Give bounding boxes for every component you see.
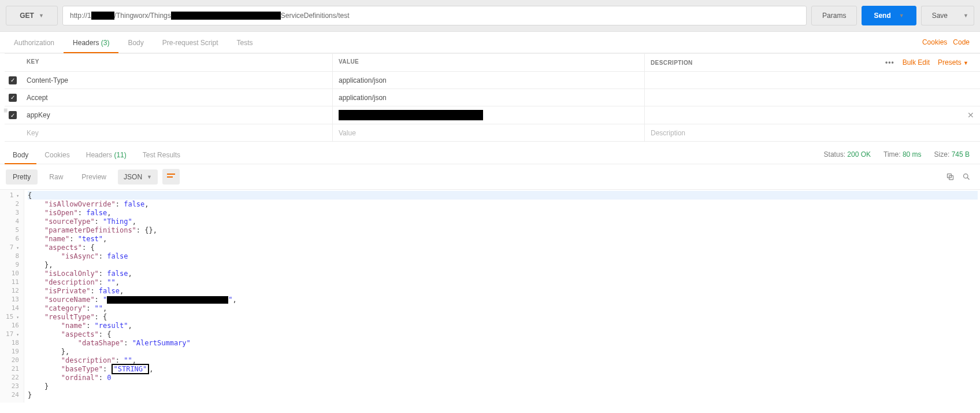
row-checkbox[interactable]: ✓ <box>9 111 17 119</box>
status-label: Status: <box>824 150 845 158</box>
code-link[interactable]: Code <box>953 38 970 46</box>
tab-headers-response-count: (11) <box>114 151 126 159</box>
tab-authorization[interactable]: Authorization <box>5 32 64 53</box>
row-checkbox[interactable]: ✓ <box>9 94 17 102</box>
size-value: 745 B <box>952 150 970 158</box>
header-value-redaction <box>339 110 483 120</box>
header-key-cell[interactable]: Content-Type <box>21 72 333 89</box>
request-bar: GET ▼ http://1/Thingworx/ThingsServiceDe… <box>0 0 980 32</box>
url-part3: ServiceDefinitions/test <box>281 12 350 20</box>
col-key-header: KEY <box>21 54 333 71</box>
header-row: ✓ Content-Type application/json <box>5 72 980 89</box>
header-value-cell[interactable]: application/json <box>333 89 645 106</box>
url-input[interactable]: http://1/Thingworx/ThingsServiceDefiniti… <box>62 6 807 25</box>
size-label: Size: <box>934 150 950 158</box>
tab-cookies-response[interactable]: Cookies <box>36 145 77 164</box>
response-body-code: 123456789101112131415161718192021222324 … <box>0 189 980 403</box>
headers-tools: ••• Bulk Edit Presets ▼ <box>885 58 974 67</box>
wrap-icon <box>167 172 175 179</box>
response-tabs: Body Cookies Headers (11) Test Results S… <box>0 145 980 164</box>
tab-headers-response-label: Headers <box>86 151 112 159</box>
tab-headers-count: (3) <box>101 39 110 47</box>
request-tabs-right: Cookies Code <box>922 38 975 46</box>
tab-prerequest[interactable]: Pre-request Script <box>153 32 228 53</box>
col-desc-header: DESCRIPTION ••• Bulk Edit Presets ▼ <box>645 54 980 71</box>
header-row: ✓ Accept application/json <box>5 89 980 106</box>
code-content[interactable]: { "isAllowOverride": false, "isOpen": fa… <box>24 190 980 403</box>
raw-button[interactable]: Raw <box>42 169 70 185</box>
pretty-button[interactable]: Pretty <box>6 169 38 185</box>
url-part2: /Thingworx/Things <box>114 12 171 20</box>
tab-test-results[interactable]: Test Results <box>135 145 188 164</box>
header-desc-input[interactable]: Description <box>645 124 980 141</box>
header-row-placeholder: Key Value Description <box>5 124 980 142</box>
format-label: JSON <box>124 173 142 181</box>
http-method-label: GET <box>20 12 34 20</box>
url-part1: http://1 <box>70 12 91 20</box>
format-select[interactable]: JSON ▼ <box>118 169 158 185</box>
save-button[interactable]: Save <box>921 6 958 25</box>
col-desc-label: DESCRIPTION <box>651 60 693 66</box>
header-row: ≡ ✓ appKey ✕ <box>5 106 980 124</box>
delete-row-button[interactable]: ✕ <box>967 110 974 120</box>
svg-line-3 <box>967 178 969 179</box>
header-desc-cell[interactable] <box>645 72 980 89</box>
row-checkbox[interactable]: ✓ <box>9 76 17 84</box>
copy-icon[interactable] <box>945 172 955 182</box>
more-options-button[interactable]: ••• <box>885 58 894 67</box>
save-group: Save ▼ <box>921 6 974 25</box>
time-value: 80 ms <box>903 150 922 158</box>
params-button[interactable]: Params <box>811 6 857 25</box>
request-tabs: Authorization Headers (3) Body Pre-reque… <box>0 32 980 53</box>
http-method-select[interactable]: GET ▼ <box>6 6 58 25</box>
header-key-cell[interactable]: appKey <box>21 106 333 124</box>
drag-handle-icon[interactable]: ≡ <box>3 106 8 115</box>
save-dropdown-button[interactable]: ▼ <box>958 6 974 25</box>
chevron-down-icon: ▼ <box>899 13 904 19</box>
chevron-down-icon: ▼ <box>963 60 968 66</box>
search-icon[interactable] <box>962 172 971 182</box>
url-redaction-2 <box>171 12 281 20</box>
tab-headers-label: Headers <box>73 39 99 47</box>
response-meta: Status: 200 OK Time: 80 ms Size: 745 B <box>824 150 975 158</box>
status-value: 200 OK <box>847 150 871 158</box>
tab-tests[interactable]: Tests <box>227 32 262 53</box>
body-toolbar-right <box>945 172 974 182</box>
presets-dropdown[interactable]: Presets ▼ <box>938 58 968 67</box>
time-label: Time: <box>884 150 901 158</box>
tab-body-response[interactable]: Body <box>5 145 36 164</box>
send-button[interactable]: Send ▼ <box>862 6 916 25</box>
presets-label: Presets <box>938 58 962 67</box>
header-key-input[interactable]: Key <box>21 124 333 141</box>
line-gutter: 123456789101112131415161718192021222324 <box>0 190 24 403</box>
header-value-cell[interactable] <box>333 106 645 124</box>
chevron-down-icon: ▼ <box>147 174 152 180</box>
chevron-down-icon: ▼ <box>963 13 968 19</box>
body-toolbar: Pretty Raw Preview JSON ▼ <box>0 164 980 189</box>
tab-headers[interactable]: Headers (3) <box>64 32 118 53</box>
chevron-down-icon: ▼ <box>39 13 44 19</box>
headers-table: KEY VALUE DESCRIPTION ••• Bulk Edit Pres… <box>0 53 980 142</box>
cookies-link[interactable]: Cookies <box>922 38 947 46</box>
wrap-lines-button[interactable] <box>162 169 180 185</box>
preview-button[interactable]: Preview <box>75 169 113 185</box>
headers-table-head: KEY VALUE DESCRIPTION ••• Bulk Edit Pres… <box>5 53 980 72</box>
header-value-input[interactable]: Value <box>333 124 645 141</box>
header-key-cell[interactable]: Accept <box>21 89 333 106</box>
send-label: Send <box>874 12 890 20</box>
header-desc-cell[interactable] <box>645 89 980 106</box>
header-value-cell[interactable]: application/json <box>333 72 645 89</box>
bulk-edit-link[interactable]: Bulk Edit <box>903 58 930 67</box>
url-redaction-1 <box>91 12 114 20</box>
col-value-header: VALUE <box>333 54 645 71</box>
svg-point-2 <box>963 174 968 179</box>
tab-body-request[interactable]: Body <box>118 32 153 53</box>
header-desc-cell[interactable]: ✕ <box>645 106 980 124</box>
tab-headers-response[interactable]: Headers (11) <box>78 145 135 164</box>
